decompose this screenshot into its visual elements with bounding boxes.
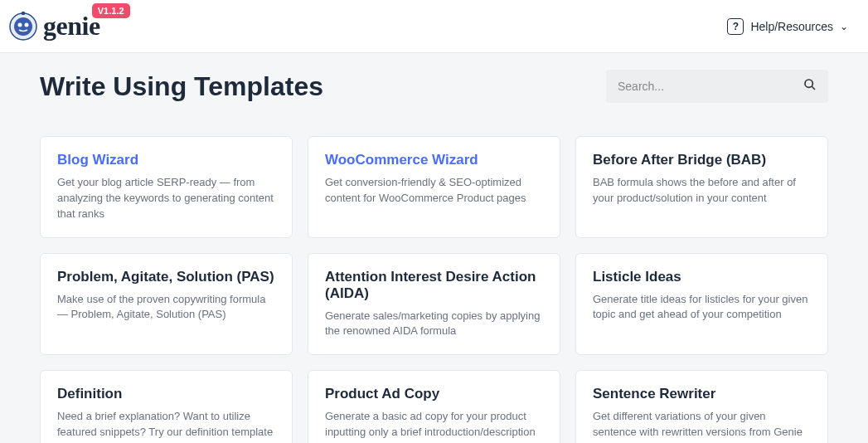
card-desc: Get your blog article SERP-ready — from … [57,175,275,222]
template-card-woocommerce-wizard[interactable]: WooCommerce Wizard Get conversion-friend… [308,136,560,238]
card-title: Product Ad Copy [325,386,543,402]
header: genie V1.1.2 ? Help/Resources ⌄ [0,0,868,53]
card-desc: Generate title ideas for listicles for y… [593,292,811,324]
svg-line-6 [812,86,815,90]
card-desc: Generate sales/marketing copies by apply… [325,309,543,340]
help-resources-link[interactable]: ? Help/Resources ⌄ [727,18,848,35]
template-card-product-ad[interactable]: Product Ad Copy Generate a basic ad copy… [308,370,560,443]
card-title: Sentence Rewriter [593,386,811,402]
card-title: Attention Interest Desire Action (AIDA) [325,269,543,302]
genie-robot-icon [7,10,40,43]
version-badge: V1.1.2 [92,3,130,18]
template-card-aida[interactable]: Attention Interest Desire Action (AIDA) … [308,253,560,356]
search-icon [803,78,817,95]
page-title: Write Using Templates [40,71,323,102]
svg-point-3 [25,22,29,27]
title-row: Write Using Templates [40,70,828,103]
card-title: Listicle Ideas [593,269,811,285]
template-card-sentence-rewriter[interactable]: Sentence Rewriter Get different variatio… [575,370,828,443]
card-desc: BAB formula shows the before and after o… [593,175,811,207]
brand-logo[interactable]: genie V1.1.2 [0,10,100,43]
card-title: Problem, Agitate, Solution (PAS) [57,269,275,285]
card-title: WooCommerce Wizard [325,152,543,168]
card-title: Before After Bridge (BAB) [593,152,811,168]
card-title: Blog Wizard [57,152,275,168]
main-content: Write Using Templates Blog Wizard Get yo… [0,53,868,443]
chevron-down-icon: ⌄ [840,21,848,32]
card-desc: Get conversion-friendly & SEO-optimized … [325,175,543,207]
template-card-bab[interactable]: Before After Bridge (BAB) BAB formula sh… [575,136,828,238]
card-desc: Get different variations of your given s… [593,409,811,441]
card-desc: Make use of the proven copywriting formu… [57,292,275,324]
question-icon: ? [727,18,744,35]
card-title: Definition [57,386,275,402]
svg-point-1 [14,17,32,36]
template-card-listicle[interactable]: Listicle Ideas Generate title ideas for … [575,253,828,356]
card-desc: Need a brief explanation? Want to utiliz… [57,409,275,441]
svg-point-5 [805,80,812,87]
template-card-blog-wizard[interactable]: Blog Wizard Get your blog article SERP-r… [40,136,293,238]
card-desc: Generate a basic ad copy for your produc… [325,409,543,441]
svg-point-2 [18,22,22,27]
help-label: Help/Resources [750,20,833,33]
search-box[interactable] [606,70,828,103]
template-card-pas[interactable]: Problem, Agitate, Solution (PAS) Make us… [40,253,293,356]
templates-grid: Blog Wizard Get your blog article SERP-r… [40,136,828,443]
search-input[interactable] [618,80,803,93]
svg-rect-4 [22,12,25,15]
template-card-definition[interactable]: Definition Need a brief explanation? Wan… [40,370,293,443]
